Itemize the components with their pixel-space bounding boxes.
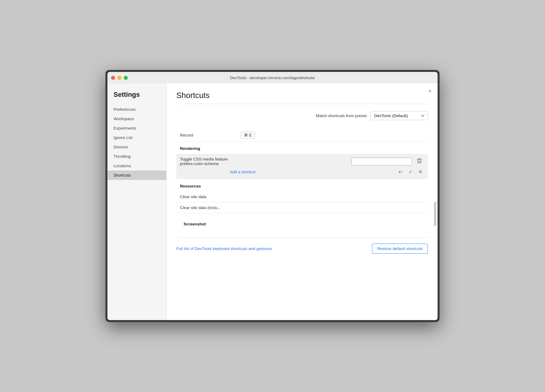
- resources-section: Resources Clear site data Clear site dat…: [176, 180, 428, 213]
- title-divider: [176, 104, 428, 104]
- preset-select[interactable]: DevTools (Default) Visual Studio Code: [370, 111, 428, 120]
- sidebar: Settings Preferences Workspace Experimen…: [107, 83, 167, 320]
- rendering-header: Rendering: [176, 142, 428, 154]
- sidebar-item-preferences[interactable]: Preferences: [107, 105, 166, 114]
- key-symbol: ⌘: [244, 133, 248, 137]
- rendering-section: Rendering Toggle CSS media feature prefe…: [176, 142, 428, 179]
- full-list-link[interactable]: Full list of DevTools keyboard shortcuts…: [176, 246, 272, 251]
- footer-row: Full list of DevTools keyboard shortcuts…: [176, 237, 428, 256]
- clear-site-data-inclu-label: Clear site data (inclu...: [180, 205, 221, 210]
- main-content: × Shortcuts Match shortcuts from preset …: [167, 83, 438, 320]
- rendering-item-row: Toggle CSS media feature prefers-color-s…: [176, 154, 428, 179]
- rendering-row-bottom: Add a shortcut ↩ ✓ ✕: [180, 168, 424, 176]
- page-title: Shortcuts: [176, 91, 428, 100]
- sidebar-item-ignore-list[interactable]: Ignore List: [107, 133, 166, 142]
- rendering-description-line1: Toggle CSS media feature: [180, 157, 349, 161]
- screenshot-section: Screenshot: [176, 213, 428, 234]
- cancel-edit-button[interactable]: ✕: [417, 168, 424, 176]
- sidebar-item-shortcuts[interactable]: Shortcuts: [107, 171, 166, 180]
- sidebar-item-experiments[interactable]: Experiments: [107, 123, 166, 133]
- rendering-row-top: Toggle CSS media feature prefers-color-s…: [180, 157, 424, 166]
- clear-site-data-row: Clear site data: [176, 191, 428, 202]
- clear-site-data-label: Clear site data: [180, 194, 206, 199]
- confirm-button[interactable]: ✓: [407, 168, 414, 176]
- screenshot-header: Screenshot: [180, 218, 424, 229]
- preset-row: Match shortcuts from preset DevTools (De…: [176, 111, 428, 120]
- sidebar-title: Settings: [107, 91, 166, 105]
- maximize-window-button[interactable]: [124, 76, 128, 80]
- scrollbar[interactable]: [434, 202, 436, 226]
- record-key-combo: ⌘ E: [241, 132, 255, 139]
- window-body: Settings Preferences Workspace Experimen…: [107, 83, 438, 320]
- clear-site-data-inclu-row: Clear site data (inclu...: [176, 202, 428, 213]
- traffic-lights: [111, 76, 128, 80]
- rendering-item-description: Toggle CSS media feature prefers-color-s…: [180, 157, 349, 166]
- preset-label: Match shortcuts from preset: [316, 113, 367, 118]
- sidebar-item-workspace[interactable]: Workspace: [107, 114, 166, 123]
- undo-button[interactable]: ↩: [397, 168, 404, 176]
- resources-header: Resources: [176, 180, 428, 191]
- sidebar-item-throttling[interactable]: Throttling: [107, 152, 166, 161]
- main-close-button[interactable]: ×: [428, 88, 432, 94]
- key-letter: E: [249, 133, 252, 137]
- app-window: DevTools - developer.chrome.com/tags/dev…: [106, 70, 439, 322]
- shortcut-input-field[interactable]: [351, 158, 412, 165]
- restore-defaults-button[interactable]: Restore default shortcuts: [372, 244, 428, 254]
- close-window-button[interactable]: [111, 76, 115, 80]
- minimize-window-button[interactable]: [117, 76, 121, 80]
- delete-shortcut-button[interactable]: [415, 157, 424, 166]
- add-shortcut-link[interactable]: Add a shortcut: [180, 170, 256, 174]
- record-label: Record: [180, 133, 241, 137]
- record-shortcut-row: Record ⌘ E: [176, 129, 428, 142]
- sidebar-item-locations[interactable]: Locations: [107, 161, 166, 171]
- sidebar-item-devices[interactable]: Devices: [107, 142, 166, 152]
- rendering-description-line2: prefers-color-scheme: [180, 161, 349, 166]
- shortcut-action-buttons: ↩ ✓ ✕: [397, 168, 424, 176]
- window-title: DevTools - developer.chrome.com/tags/dev…: [230, 76, 315, 80]
- title-bar: DevTools - developer.chrome.com/tags/dev…: [107, 72, 438, 83]
